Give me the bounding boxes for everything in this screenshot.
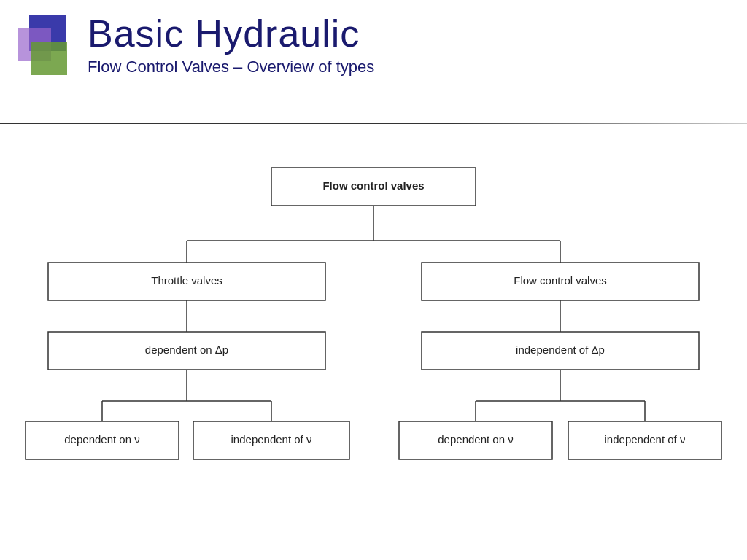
right-l2-label: independent of Δp <box>516 343 605 356</box>
page-subtitle: Flow Control Valves – Overview of types <box>88 58 374 77</box>
left-l3-left-label: dependent on ν <box>64 433 139 446</box>
header-divider <box>0 122 747 124</box>
left-l1-label: Throttle valves <box>151 274 222 287</box>
diagram-area: Flow control valves Throttle valves Flow… <box>0 146 747 560</box>
left-l3-right-label: independent of ν <box>231 433 312 446</box>
right-l3-right-label: independent of ν <box>605 433 686 446</box>
logo-decoration <box>15 15 80 80</box>
right-l1-label: Flow control valves <box>514 274 607 287</box>
header: Basic Hydraulic Flow Control Valves – Ov… <box>0 0 747 139</box>
root-label: Flow control valves <box>322 179 424 192</box>
header-text: Basic Hydraulic Flow Control Valves – Ov… <box>88 13 374 77</box>
logo-green-square <box>31 42 67 75</box>
left-l2-label: dependent on Δp <box>145 343 228 356</box>
right-l3-left-label: dependent on ν <box>438 433 513 446</box>
page-title: Basic Hydraulic <box>88 13 374 55</box>
